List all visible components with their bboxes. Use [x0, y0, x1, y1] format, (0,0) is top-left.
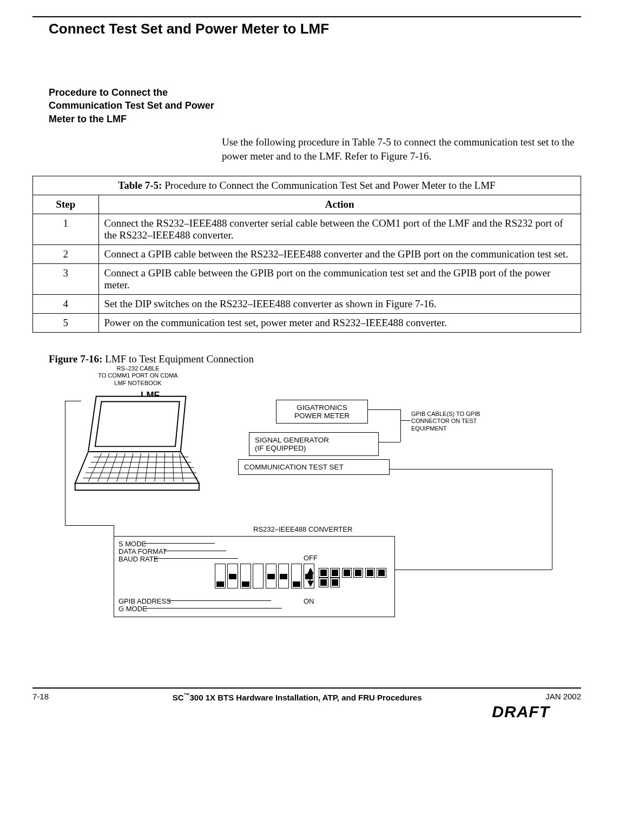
rs232-cable-label-3: LMF NOTEBOOK — [114, 380, 161, 386]
section-heading: Procedure to Connect the Communication T… — [49, 86, 222, 125]
table-title-rest: Procedure to Connect the Communication T… — [162, 180, 495, 191]
sig-gen-2: (IF EQUIPPED) — [255, 444, 306, 452]
figure-caption: Figure 7-16: LMF to Test Equipment Conne… — [49, 353, 581, 365]
comm-test-set-box: COMMUNICATION TEST SET — [238, 459, 390, 475]
footer-date: JAN 2002 — [545, 692, 581, 701]
svg-marker-3 — [75, 484, 199, 491]
col-header-step: Step — [33, 195, 99, 214]
svg-marker-1 — [95, 402, 180, 447]
g-mode-label: G MODE — [118, 605, 147, 613]
s-mode-label: S MODE — [118, 540, 146, 548]
draft-watermark: DRAFT — [492, 703, 550, 721]
step-action: Set the DIP switches on the RS232–IEEE48… — [98, 295, 581, 314]
procedure-table: Table 7-5: Procedure to Connect the Comm… — [32, 176, 581, 333]
on-label: ON — [304, 597, 314, 605]
table-row: 3 Connect a GPIB cable between the GPIB … — [33, 264, 581, 295]
data-format-label: DATA FORMAT — [118, 547, 167, 555]
step-number: 3 — [33, 264, 99, 295]
baud-rate-label: BAUD RATE — [118, 555, 158, 563]
converter-title: RS232–IEEE488 CONVERTER — [253, 525, 352, 533]
table-row: 1 Connect the RS232–IEEE488 converter se… — [33, 214, 581, 245]
step-action: Connect a GPIB cable between the RS232–I… — [98, 245, 581, 264]
off-label: OFF — [304, 554, 318, 562]
col-header-action: Action — [98, 195, 581, 214]
table-row: 2 Connect a GPIB cable between the RS232… — [33, 245, 581, 264]
table-row: 5 Power on the communication test set, p… — [33, 314, 581, 333]
figure-diagram: RS–232 CABLE TO COMM1 PORT ON CDMA LMF N… — [49, 368, 563, 617]
gigatronics-box: GIGATRONICS POWER METER — [276, 400, 368, 424]
page-number: 7-18 — [32, 692, 49, 701]
gpib-label-1: GPIB CABLE(S) TO GPIB — [411, 411, 480, 417]
step-number: 1 — [33, 214, 99, 245]
page-footer: 7-18 SC™300 1X BTS Hardware Installation… — [32, 689, 581, 716]
step-action: Connect a GPIB cable between the GPIB po… — [98, 264, 581, 295]
figure-caption-bold: Figure 7-16: — [49, 353, 102, 365]
footer-center-prefix: SC — [173, 693, 184, 702]
rs232-cable-label-2: TO COMM1 PORT ON CDMA — [98, 372, 177, 379]
gpib-label-2: CONNECTOR ON TEST — [411, 418, 477, 424]
gpib-address-label: GPIB ADDRESS — [118, 597, 171, 605]
rs232-cable-label-1: RS–232 CABLE — [117, 365, 160, 372]
gpib-label-3: EQUIPMENT — [411, 425, 446, 432]
footer-center-rest: 300 1X BTS Hardware Installation, ATP, a… — [189, 693, 422, 702]
table-title-bold: Table 7-5: — [118, 180, 162, 191]
sig-gen-1: SIGNAL GENERATOR — [255, 436, 329, 444]
step-action: Power on the communication test set, pow… — [98, 314, 581, 333]
step-action: Connect the RS232–IEEE488 converter seri… — [98, 214, 581, 245]
step-number: 2 — [33, 245, 99, 264]
converter-box: S MODE DATA FORMAT BAUD RATE GPIB ADDRES… — [114, 536, 395, 617]
tm-symbol: ™ — [183, 692, 189, 698]
page-title: Connect Test Set and Power Meter to LMF — [49, 21, 581, 37]
laptop-icon — [63, 391, 203, 497]
table-title-row: Table 7-5: Procedure to Connect the Comm… — [33, 176, 581, 195]
table-row: 4 Set the DIP switches on the RS232–IEEE… — [33, 295, 581, 314]
intro-text: Use the following procedure in Table 7-5… — [222, 135, 581, 163]
step-number: 4 — [33, 295, 99, 314]
figure-caption-rest: LMF to Test Equipment Connection — [102, 353, 254, 365]
table-header-row: Step Action — [33, 195, 581, 214]
step-number: 5 — [33, 314, 99, 333]
